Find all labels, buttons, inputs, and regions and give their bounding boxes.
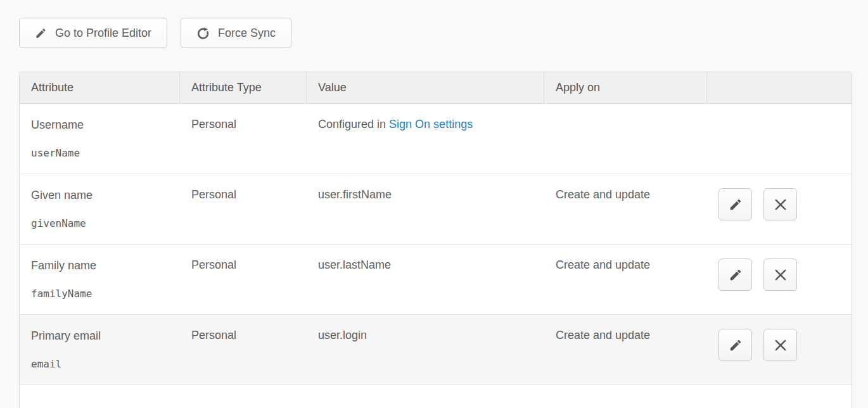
attribute-type-cell: Personal xyxy=(180,104,307,174)
attribute-type-cell: Personal xyxy=(180,174,307,244)
value-cell: user.lastName xyxy=(307,245,544,314)
table-row: Family name familyName Personal user.las… xyxy=(20,245,852,315)
table-body: Username userName Personal Configured in… xyxy=(20,104,852,408)
actions-cell xyxy=(707,104,852,174)
attribute-type-cell: Personal xyxy=(180,315,307,385)
toolbar: Go to Profile Editor Force Sync xyxy=(0,0,868,48)
apply-on-cell: Create and update xyxy=(544,245,707,314)
edit-attribute-button[interactable] xyxy=(718,188,752,220)
refresh-icon xyxy=(196,27,210,40)
value-cell: user.login xyxy=(307,315,544,385)
attribute-label: Given name xyxy=(31,188,169,202)
value-cell: Configured in Sign On settings xyxy=(307,104,544,174)
column-header-attribute-type: Attribute Type xyxy=(180,72,307,103)
table-header-row: Attribute Attribute Type Value Apply on xyxy=(20,72,852,104)
value-text: Configured in xyxy=(318,118,389,131)
column-header-apply-on: Apply on xyxy=(544,72,707,103)
pencil-icon xyxy=(729,338,743,352)
force-sync-button[interactable]: Force Sync xyxy=(181,18,291,48)
sign-on-settings-link[interactable]: Sign On settings xyxy=(389,118,473,131)
x-icon xyxy=(774,198,788,212)
attribute-variable: email xyxy=(31,358,169,371)
apply-on-cell xyxy=(544,104,707,174)
edit-attribute-button[interactable] xyxy=(718,258,752,291)
x-icon xyxy=(774,268,788,282)
force-sync-label: Force Sync xyxy=(218,27,276,40)
delete-attribute-button[interactable] xyxy=(763,188,797,220)
attribute-cell: Username userName xyxy=(20,104,180,174)
attribute-variable: givenName xyxy=(31,217,169,230)
delete-attribute-button[interactable] xyxy=(763,258,797,291)
attribute-variable: userName xyxy=(31,147,169,160)
delete-attribute-button[interactable] xyxy=(763,329,797,361)
edit-attribute-button[interactable] xyxy=(718,329,752,361)
go-to-profile-editor-button[interactable]: Go to Profile Editor xyxy=(19,18,167,48)
pencil-icon xyxy=(35,27,47,39)
attribute-cell: Given name givenName xyxy=(20,174,180,244)
attribute-type-cell: Personal xyxy=(180,245,307,314)
table-row: Username userName Personal Configured in… xyxy=(20,104,852,174)
column-header-actions xyxy=(707,72,852,103)
attribute-mapping-table: Attribute Attribute Type Value Apply on … xyxy=(19,72,852,408)
table-row: Primary email email Personal user.login … xyxy=(20,315,852,385)
pencil-icon xyxy=(729,268,743,282)
attribute-cell: Family name familyName xyxy=(20,245,180,314)
attribute-label: Primary email xyxy=(31,329,169,343)
x-icon xyxy=(774,338,788,352)
attribute-label: Username xyxy=(31,118,169,132)
apply-on-cell: Create and update xyxy=(544,315,707,385)
actions-cell xyxy=(707,315,852,385)
attribute-cell: Primary email email xyxy=(20,315,180,385)
apply-on-cell: Create and update xyxy=(544,174,707,244)
value-cell: user.firstName xyxy=(307,174,544,244)
actions-cell xyxy=(707,174,852,244)
attribute-variable: familyName xyxy=(31,288,169,300)
pencil-icon xyxy=(729,198,743,212)
column-header-attribute: Attribute xyxy=(20,72,180,103)
column-header-value: Value xyxy=(307,72,544,103)
go-to-profile-editor-label: Go to Profile Editor xyxy=(55,27,151,40)
table-row-partial xyxy=(20,385,852,408)
table-row: Given name givenName Personal user.first… xyxy=(20,174,852,245)
actions-cell xyxy=(707,245,852,314)
attribute-label: Family name xyxy=(31,258,169,272)
